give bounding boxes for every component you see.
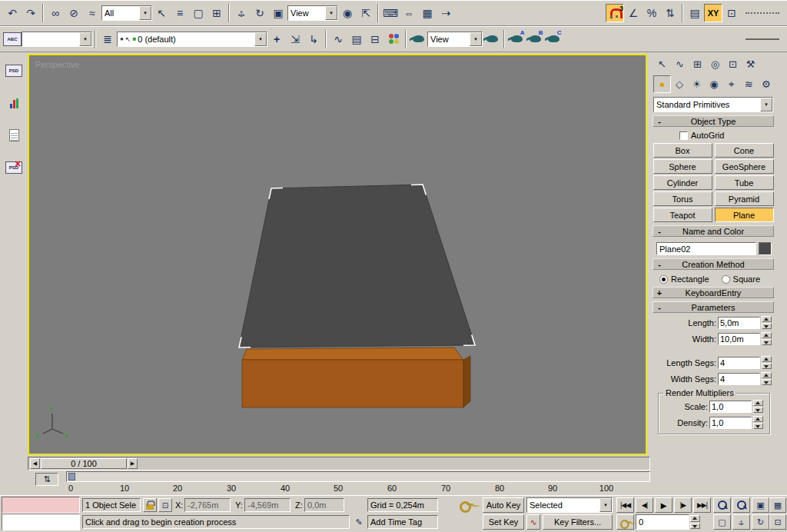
rollout-creation-method[interactable]: - Creation Method <box>653 258 774 270</box>
selection-lock-button[interactable] <box>143 498 157 512</box>
toolbar-drag-handle[interactable] <box>745 38 779 40</box>
rollout-parameters[interactable]: - Parameters <box>653 301 774 313</box>
zoom-button[interactable] <box>713 497 731 513</box>
chevron-down-icon[interactable]: ▼ <box>325 6 337 20</box>
category-spacewarps[interactable]: ≋ <box>740 75 758 93</box>
object-name-field[interactable]: Plane02 <box>656 242 756 255</box>
select-and-move-button[interactable]: ↔↕ <box>232 4 251 22</box>
spinner-down-button[interactable] <box>753 407 763 413</box>
window-crossing-button[interactable]: ⊞ <box>208 4 226 22</box>
selection-filter-dropdown[interactable]: All ▼ <box>101 5 152 21</box>
render-view-dropdown[interactable]: View ▼ <box>427 32 483 47</box>
time-slider-handle[interactable]: 0 / 100 <box>41 458 127 469</box>
psd-tool-button[interactable]: PSD <box>3 60 25 81</box>
chevron-down-icon[interactable]: ▼ <box>599 498 612 512</box>
notes-tool-button[interactable] <box>3 125 25 146</box>
mirror-button[interactable]: ⇔ <box>400 4 418 22</box>
spinner-up-button[interactable] <box>690 515 700 522</box>
named-selection-sets-button[interactable]: ▤ <box>686 4 704 22</box>
maxscript-listener-pink[interactable] <box>2 497 80 514</box>
snap-toggle-button[interactable]: 3 <box>606 4 624 22</box>
trackbar-toggle-button[interactable]: ⇅ <box>35 473 58 486</box>
time-slider-left-button[interactable]: ◀ <box>30 458 40 469</box>
spinner-down-button[interactable] <box>690 523 700 530</box>
spinner-up-button[interactable] <box>753 416 763 422</box>
tab-display[interactable]: ⊡ <box>724 55 742 73</box>
select-and-rotate-button[interactable]: ↻ <box>251 4 269 22</box>
box-front-face[interactable] <box>242 360 463 407</box>
dope-sheet-button[interactable]: ▤ <box>347 30 366 48</box>
perspective-viewport[interactable]: z x y Perspective <box>28 54 647 455</box>
psd-delete-tool-button[interactable]: PSD × <box>3 157 25 178</box>
width-segs-field[interactable]: 4 <box>718 373 760 385</box>
category-helpers[interactable]: ⌖ <box>722 75 740 93</box>
schematic-view-button[interactable]: ⊟ <box>366 30 384 48</box>
z-coordinate-field[interactable]: 0,0m <box>304 498 344 512</box>
previous-frame-button[interactable]: ◀| <box>636 497 653 513</box>
chevron-down-icon[interactable]: ▼ <box>470 32 482 46</box>
x-coordinate-field[interactable]: -2,765m <box>184 498 231 512</box>
percent-snap-button[interactable]: % <box>643 4 661 22</box>
pyramid-button[interactable]: Pyramid <box>715 191 774 206</box>
spinner-down-button[interactable] <box>753 423 763 429</box>
create-layer-button[interactable]: + <box>267 30 286 48</box>
use-pivot-center-button[interactable]: ◉ <box>338 4 357 22</box>
zoom-region-button[interactable]: ▢ <box>713 514 731 530</box>
teapot-button[interactable]: Teapot <box>653 208 712 222</box>
render-setup-button[interactable] <box>409 30 427 48</box>
quick-render-button[interactable] <box>483 30 501 48</box>
spinner-up-button[interactable] <box>753 400 763 406</box>
sphere-button[interactable]: Sphere <box>653 159 712 174</box>
key-filters-button[interactable]: Key Filters... <box>543 514 613 530</box>
select-in-layer-button[interactable]: ↳ <box>304 30 323 48</box>
select-and-manipulate-button[interactable]: ⇱ <box>357 4 375 22</box>
select-object-button[interactable]: ↖ <box>152 4 171 22</box>
reference-coordinate-dropdown[interactable]: View ▼ <box>287 5 338 21</box>
category-cameras[interactable]: ◉ <box>706 75 723 93</box>
square-radio[interactable] <box>722 275 730 284</box>
box-button[interactable]: Box <box>653 143 712 158</box>
tab-create[interactable]: ↖ <box>653 55 671 73</box>
spinner-up-button[interactable] <box>762 372 772 378</box>
time-slider[interactable]: ◀ 0 / 100 ▶ <box>28 457 650 470</box>
auto-key-button[interactable]: Auto Key <box>483 497 524 513</box>
scale-field[interactable]: 1,0 <box>709 401 752 413</box>
select-by-name-button[interactable]: ≡ <box>171 4 189 22</box>
chevron-down-icon[interactable]: ▼ <box>760 98 772 111</box>
go-to-end-button[interactable]: ▶▶| <box>693 497 711 513</box>
go-to-start-button[interactable]: |◀◀ <box>616 497 634 513</box>
play-button[interactable]: ▶ <box>655 497 672 513</box>
plane-object[interactable] <box>239 185 475 347</box>
tab-motion[interactable]: ◎ <box>706 55 724 73</box>
box-side-face[interactable] <box>463 356 470 407</box>
set-key-button[interactable]: Set Key <box>483 514 524 530</box>
autogrid-checkbox[interactable] <box>679 131 688 140</box>
layer-dropdown[interactable]: ● ↖ ■ 0 (default) ▼ <box>117 32 267 47</box>
chevron-down-icon[interactable]: ▼ <box>254 32 267 46</box>
maxscript-listener-white[interactable] <box>2 514 80 530</box>
viewport-canvas[interactable]: z x y <box>29 55 646 454</box>
tube-button[interactable]: Tube <box>715 175 774 190</box>
current-frame-marker[interactable] <box>68 473 75 480</box>
chart-tool-button[interactable] <box>3 92 25 114</box>
tab-hierarchy[interactable]: ⊞ <box>689 55 706 73</box>
track-bar[interactable]: ⇅ 0 10 20 30 40 50 60 70 80 90 100 <box>0 470 650 495</box>
category-lights[interactable]: ☀ <box>688 75 706 93</box>
rectangle-radio[interactable] <box>659 275 668 284</box>
density-field[interactable]: 1,0 <box>709 417 752 429</box>
chevron-down-icon[interactable]: ▼ <box>79 32 91 46</box>
spinner-down-button[interactable] <box>762 323 772 329</box>
key-mode-dropdown[interactable]: Selected ▼ <box>526 497 613 513</box>
chevron-down-icon[interactable]: ▼ <box>139 6 151 20</box>
key-mode-toggle-button[interactable] <box>616 514 634 530</box>
spinner-snap-button[interactable]: ⇅ <box>661 4 679 22</box>
trackbar-ruler[interactable] <box>66 471 650 482</box>
spinner-up-button[interactable] <box>762 332 772 338</box>
align-button[interactable]: ⇢ <box>437 4 455 22</box>
cone-button[interactable]: Cone <box>715 143 774 158</box>
rollout-keyboard-entry[interactable]: + KeyboardEntry <box>653 287 774 298</box>
next-frame-button[interactable]: |▶ <box>674 497 692 513</box>
category-systems[interactable]: ⚙ <box>757 75 775 93</box>
material-editor-button[interactable] <box>384 30 403 48</box>
length-field[interactable]: 5,0m <box>718 317 760 329</box>
